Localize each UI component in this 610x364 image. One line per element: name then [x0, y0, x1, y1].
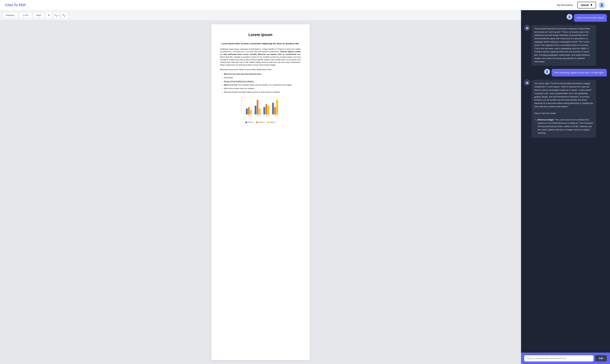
logo: Chat To PDF — [5, 3, 26, 7]
list-item: Aenean congue fringilla justo ut aliquam… — [224, 80, 301, 83]
chat-messages: What is this document about? 👤 🤖 The pro… — [521, 10, 610, 352]
svg-rect-18 — [257, 100, 258, 114]
list-item: Maecenas non lorem quis tellus placerat … — [224, 73, 301, 76]
svg-text:Row 1: Row 1 — [248, 115, 251, 116]
refresh-icon: ↻ — [48, 14, 50, 17]
user-avatar-1: 👤 — [567, 14, 572, 20]
svg-rect-24 — [274, 107, 276, 114]
chat-input[interactable] — [524, 355, 594, 362]
svg-rect-16 — [250, 110, 252, 114]
upload-label: Upload — [581, 4, 589, 6]
page-indicator: 1 of 4 — [19, 13, 32, 18]
pdf-list: Maecenas non lorem quis tellus placerat … — [220, 73, 301, 94]
message-bubble-bot-1: The provided document is primarily compo… — [531, 25, 596, 66]
list-item: Mauris id ex erat. Nunc vulputate neque … — [224, 83, 301, 87]
pdf-toolbar: Previous 1 of 4 Next ↻ 🔍+ 🔍- — [0, 10, 521, 20]
legend-column1: Column 1 — [245, 121, 254, 123]
chart-container: 12 10 8 6 4 2 0 — [220, 96, 301, 123]
pdf-subtitle: Lorem ipsum dolor sit amet, consectetur … — [220, 42, 301, 45]
pdf-section-text: Maecenas mauris lectus, lobortis et puru… — [220, 68, 301, 71]
logo-text: Chat To — [5, 3, 18, 7]
svg-text:10: 10 — [241, 100, 242, 101]
next-button[interactable]: Next — [33, 13, 44, 18]
legend-label-col2: Column 2 — [258, 121, 265, 123]
user-avatar-2: 👤 — [544, 69, 550, 75]
svg-text:2: 2 — [241, 110, 242, 111]
previous-button[interactable]: Previous — [2, 13, 18, 18]
main-layout: Previous 1 of 4 Next ↻ 🔍+ 🔍- Lorem ipsum… — [0, 10, 610, 364]
header: Chat To PDF My Documents Upload ⬆ 👤 — [0, 0, 610, 10]
chart-legend: Column 1 Column 2 Column 3 — [245, 121, 276, 123]
svg-text:Row 2: Row 2 — [257, 115, 260, 116]
message-bubble-bot-2: Yes, you're right. The text in the provi… — [531, 80, 596, 138]
svg-text:0: 0 — [241, 113, 242, 114]
svg-rect-19 — [259, 108, 261, 114]
svg-text:Row 3: Row 3 — [265, 115, 269, 116]
svg-text:6: 6 — [241, 105, 242, 106]
svg-text:4: 4 — [241, 107, 242, 109]
pdf-panel: Previous 1 of 4 Next ↻ 🔍+ 🔍- Lorem ipsum… — [0, 10, 521, 364]
list-item: Maecenas tincidunt est efficitur ligula … — [224, 91, 301, 94]
chat-panel: What is this document about? 👤 🤖 The pro… — [521, 10, 610, 364]
upload-icon: ⬆ — [590, 3, 593, 7]
legend-column3: Column 3 — [267, 121, 276, 123]
svg-rect-20 — [263, 107, 265, 114]
message-row-user-2: hmm interesting, explain it to me more -… — [524, 69, 607, 77]
legend-column2: Column 2 — [256, 121, 265, 123]
svg-text:12: 12 — [241, 97, 242, 98]
svg-rect-17 — [255, 106, 256, 114]
bar-chart: 12 10 8 6 4 2 0 — [240, 96, 281, 120]
svg-rect-22 — [267, 106, 269, 114]
svg-rect-15 — [248, 107, 250, 114]
message-bubble-user-2: hmm interesting, explain it to me more -… — [552, 69, 607, 77]
header-right: My Documents Upload ⬆ 👤 — [555, 2, 605, 8]
svg-rect-14 — [246, 108, 248, 114]
logo-highlight: PDF — [19, 3, 26, 7]
message-text-user-2: hmm interesting, explain it to me more -… — [555, 71, 604, 74]
list-item: Nulla facilisi. — [224, 76, 301, 79]
message-text-bot-1: The provided document is primarily compo… — [534, 27, 590, 63]
legend-label-col3: Column 3 — [269, 121, 276, 123]
pdf-title: Lorem ipsum — [220, 32, 301, 38]
zoom-in-icon: 🔍+ — [54, 14, 59, 17]
list-item: Morbi viverra semper lorem nec molestie. — [224, 87, 301, 90]
avatar[interactable]: 👤 — [598, 2, 605, 8]
message-bubble-user-1: What is this document about? — [574, 14, 607, 22]
zoom-in-button[interactable]: 🔍+ — [53, 12, 60, 18]
bot-avatar-1: 🤖 — [524, 25, 530, 31]
zoom-out-icon: 🔍- — [62, 14, 66, 17]
list-link[interactable]: Aenean congue fringilla justo ut aliquam… — [224, 80, 254, 82]
pdf-body-paragraph-1: Vestibulum neque massa, scelerisque sit … — [220, 48, 301, 66]
upload-button[interactable]: Upload ⬆ — [577, 2, 596, 8]
message-row-bot-1: 🤖 The provided document is primarily com… — [524, 25, 607, 66]
message-row-user-1: What is this document about? 👤 — [524, 14, 607, 22]
zoom-out-button[interactable]: 🔍- — [61, 12, 67, 18]
pdf-content: Lorem ipsum Lorem ipsum dolor sit amet, … — [0, 20, 521, 364]
svg-text:Row 4: Row 4 — [274, 115, 278, 116]
legend-dot-col3 — [267, 122, 269, 123]
ask-button[interactable]: Ask — [595, 355, 607, 362]
refresh-button[interactable]: ↻ — [46, 12, 52, 18]
chat-input-area: Ask — [521, 352, 610, 364]
message-row-bot-2: 🤖 Yes, you're right. The text in the pro… — [524, 80, 607, 138]
my-documents-button[interactable]: My Documents — [555, 2, 575, 8]
legend-dot-col1 — [245, 122, 247, 123]
svg-rect-23 — [272, 103, 274, 114]
svg-rect-25 — [276, 100, 278, 114]
pdf-page: Lorem ipsum Lorem ipsum dolor sit amet, … — [211, 24, 310, 360]
legend-dot-col2 — [256, 122, 258, 123]
legend-label-col1: Column 1 — [248, 121, 254, 123]
message-text-user-1: What is this document about? — [577, 16, 604, 19]
svg-text:8: 8 — [241, 102, 242, 104]
svg-rect-21 — [265, 104, 267, 114]
bot-avatar-2: 🤖 — [524, 80, 530, 85]
